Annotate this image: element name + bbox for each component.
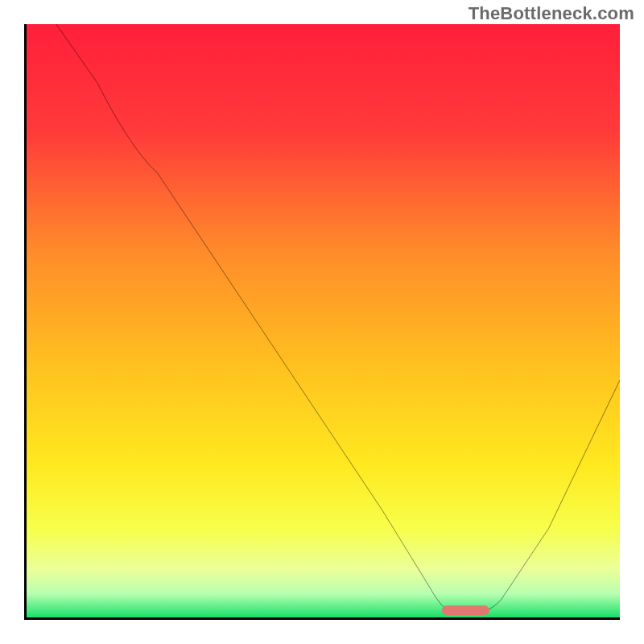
plot-area	[24, 24, 620, 620]
chart-stage: TheBottleneck.com	[0, 0, 644, 644]
optimum-marker	[27, 24, 620, 617]
svg-rect-1	[442, 605, 489, 615]
watermark-text: TheBottleneck.com	[469, 3, 634, 24]
